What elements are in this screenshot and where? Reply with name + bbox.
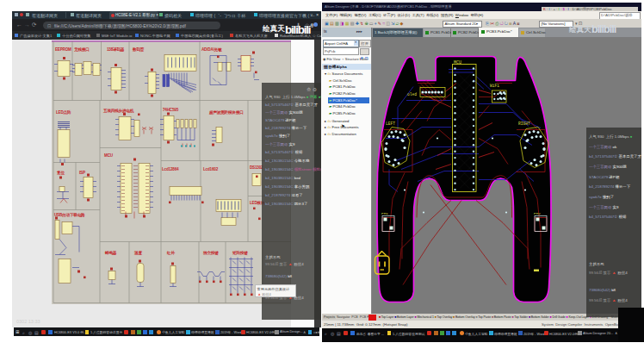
svg-text:数码管: 数码管 [132, 46, 145, 52]
svg-text:PM2: PM2 [534, 210, 541, 215]
svg-text:138译码器: 138译码器 [107, 46, 125, 52]
svg-text:LEFT: LEFT [386, 121, 395, 125]
svg-text:ISP: ISP [79, 170, 85, 174]
svg-text:Lcd12864: Lcd12864 [162, 166, 179, 171]
svg-text:LED点阵: LED点阵 [56, 109, 71, 114]
svg-text:MCU: MCU [104, 153, 114, 157]
svg-text:MCU: MCU [454, 59, 461, 65]
svg-text:矩阵按键: 矩阵按键 [232, 249, 248, 255]
svg-text:PM1: PM1 [381, 210, 388, 215]
svg-text:独立按键: 独立按键 [202, 249, 219, 255]
svg-text:蜂鸣器: 蜂鸣器 [104, 249, 117, 255]
svg-text:RIGHT: RIGHT [518, 121, 530, 125]
svg-text:WiFi: WiFi [490, 83, 499, 87]
svg-text:EEPROM: EEPROM [55, 47, 71, 51]
svg-text:oled: oled [407, 91, 417, 96]
svg-text:红外: 红外 [166, 249, 175, 254]
svg-text:74HC595: 74HC595 [163, 107, 179, 111]
svg-text:温度: 温度 [133, 249, 142, 255]
svg-text:无线接口: 无线接口 [73, 46, 90, 52]
svg-text:Lcd1602: Lcd1602 [203, 166, 219, 171]
svg-text:超声波测距模块接口: 超声波测距模块接口 [208, 109, 244, 115]
